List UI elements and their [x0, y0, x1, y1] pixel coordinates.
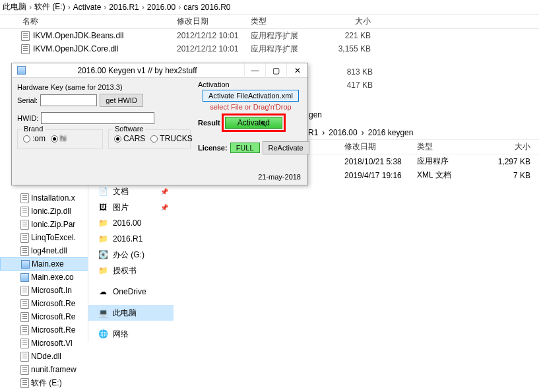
bc-p0[interactable]: 此电脑 [3, 1, 26, 13]
minimize-button[interactable]: — [244, 63, 265, 78]
bc-p2[interactable]: Activate [73, 3, 102, 12]
list-item[interactable]: Microsoft.In [0, 284, 89, 297]
file-size: 813 KB [327, 65, 373, 79]
file-icon [20, 299, 29, 308]
file-name: Microsoft.Re [31, 325, 75, 335]
file-icon [20, 233, 29, 242]
col-size[interactable]: 大小 [325, 16, 371, 27]
brand-radio-a[interactable]: :om [23, 134, 46, 143]
bc-item[interactable]: 2016.00 [329, 128, 357, 137]
sidebar-item[interactable]: 🖼 图片 📌 [88, 199, 174, 215]
app-icon [16, 65, 26, 76]
sidebar-item[interactable]: 💽 办公 (G:) [88, 247, 174, 263]
list-item[interactable]: Microsoft.Re [0, 323, 89, 337]
bc-p5[interactable]: cars 2016.R0 [183, 3, 230, 12]
serial-label: Serial: [17, 96, 38, 104]
pin-icon: 📌 [160, 204, 168, 211]
brand-legend: Brand [22, 125, 45, 133]
list-item[interactable]: Installation.x [0, 191, 89, 205]
activate-button[interactable]: Activate FileActivation.xml [203, 90, 299, 102]
chevron-right-icon: › [68, 3, 71, 12]
list-item[interactable]: nunit.framew [0, 363, 89, 376]
serial-input[interactable] [40, 94, 97, 106]
file-size: 3,155 KB [325, 44, 371, 53]
file-name: NDde.dll [31, 352, 61, 361]
drive-icon: 💽 [98, 250, 108, 259]
file-type: 应用程序扩展 [251, 30, 325, 42]
bc-p4[interactable]: 2016.00 [147, 3, 175, 12]
file-name: Main.exe.co [31, 273, 74, 282]
col-type[interactable]: 类型 [417, 141, 491, 152]
file-name: 软件 (E:) [31, 377, 62, 389]
sidebar-item[interactable]: 📁 授权书 [88, 263, 174, 278]
sidebar-item[interactable]: 📄 文档 📌 [88, 183, 174, 199]
titlebar[interactable]: 2016.00 Keygen v1 // by hex2stuff — ▢ ✕ [12, 63, 307, 78]
list-item[interactable]: Microsoft.Re [0, 310, 89, 323]
list-item[interactable]: NDde.dll [0, 350, 89, 363]
license-status: FULL [230, 143, 260, 153]
col-date[interactable]: 修改日期 [344, 141, 417, 152]
folder-icon: 📁 [98, 234, 108, 244]
file-name: IKVM.OpenJDK.Beans.dll [33, 31, 177, 40]
file-size: 1,297 KB [491, 157, 530, 166]
sidebar-label: 图片 [113, 202, 129, 213]
sidebar-item[interactable]: 📁 2016.R1 [88, 231, 174, 247]
sidebar-item[interactable]: 📁 2016.00 [88, 215, 174, 231]
list-item[interactable]: Microsoft.Re [0, 297, 89, 310]
list-item[interactable]: Main.exe [0, 257, 89, 271]
sidebar-label: 网络 [113, 329, 129, 340]
reactivate-button[interactable]: ReActivate [263, 141, 309, 154]
list-item[interactable]: 软件 (E:) [0, 376, 89, 389]
hwid-input[interactable] [41, 112, 154, 124]
col-date[interactable]: 修改日期 [177, 16, 251, 27]
chevron-right-icon: › [362, 128, 364, 137]
bc-item[interactable]: 2016 keygen [368, 128, 414, 137]
bc-item[interactable]: R1 [308, 128, 318, 137]
sidebar-item[interactable]: 💻 此电脑 [88, 305, 174, 321]
close-button[interactable]: ✕ [286, 63, 307, 78]
list-item[interactable]: Ionic.Zip.Par [0, 218, 89, 231]
file-name: Microsoft.Vl [31, 339, 73, 348]
col-type[interactable]: 类型 [251, 16, 325, 27]
col-name[interactable]: 名称 [0, 16, 177, 27]
get-hwid-button[interactable]: get HWID [100, 94, 143, 107]
sidebar-item[interactable]: 🌐 网络 [88, 326, 174, 342]
file-icon [20, 30, 30, 41]
file-date: 2012/12/12 10:01 [177, 44, 251, 53]
breadcrumb: 此电脑› 软件 (E:)› Activate› 2016.R1› 2016.00… [0, 0, 539, 15]
bc-p1[interactable]: 软件 (E:) [34, 1, 65, 13]
file-type: XML 文档 [417, 170, 491, 181]
file-size: 7 KB [491, 171, 530, 180]
list-item[interactable]: Ionic.Zip.dll [0, 205, 89, 218]
file-row[interactable]: IKVM.OpenJDK.Core.dll 2012/12/12 10:01 应… [0, 42, 539, 55]
file-name: Microsoft.Re [31, 312, 75, 321]
col-size[interactable]: 大小 [491, 141, 530, 152]
pic-icon: 🖼 [98, 203, 108, 212]
file-type: 应用程序扩展 [251, 44, 325, 55]
bc-p3[interactable]: 2016.R1 [109, 3, 139, 12]
onedrive-icon: ☁ [98, 287, 108, 296]
software-radio-cars[interactable]: CARS [114, 134, 145, 143]
list-item[interactable]: Microsoft.Vl [0, 337, 89, 350]
hwid-label: HWID: [17, 114, 38, 122]
brand-radio-b[interactable]: hi [51, 134, 66, 143]
maximize-button[interactable]: ▢ [265, 63, 286, 78]
sidebar-item[interactable]: ☁ OneDrive [88, 284, 174, 300]
list-item[interactable]: log4net.dll [0, 244, 89, 257]
file-row[interactable]: IKVM.OpenJDK.Beans.dll 2012/12/12 10:01 … [0, 29, 539, 42]
file-icon [20, 378, 29, 387]
software-radio-trucks[interactable]: TRUCKS [150, 134, 192, 143]
list-item[interactable]: Main.exe.co [0, 271, 89, 284]
list-item[interactable]: LinqToExcel. [0, 231, 89, 244]
chevron-right-icon: › [322, 128, 325, 137]
file-name: Installation.x [31, 193, 75, 203]
result-highlight: Activated ↖ [222, 114, 286, 132]
file-name: nunit.framew [31, 365, 77, 374]
window-title: 2016.00 Keygen v1 // by hex2stuff [30, 66, 244, 75]
license-label: License: [198, 144, 228, 152]
activation-label: Activation [198, 81, 303, 88]
file-name: LinqToExcel. [31, 233, 76, 242]
file-size: 221 KB [325, 31, 371, 40]
file-type: 应用程序 [417, 156, 491, 167]
chevron-right-icon: › [178, 3, 181, 12]
